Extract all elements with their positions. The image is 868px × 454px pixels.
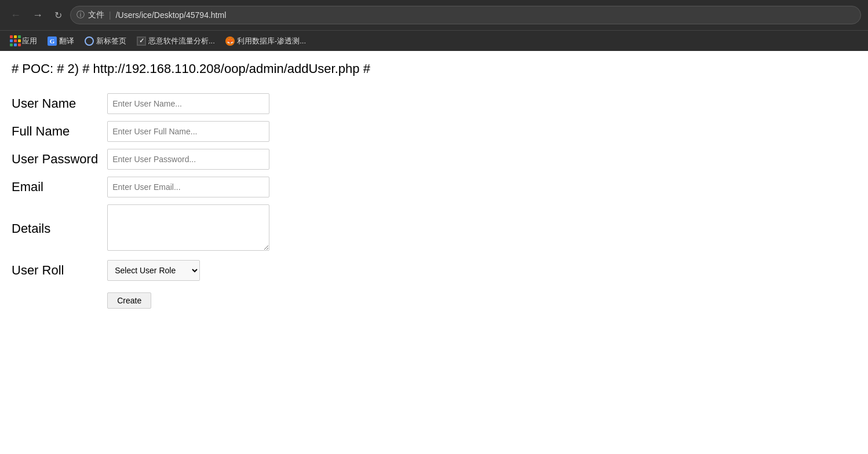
page-title: # POC: # 2) # http://192.168.110.208/oop… (12, 60, 856, 78)
username-label: User Name (12, 90, 107, 118)
bookmark-translate-label: 翻译 (59, 36, 74, 46)
add-user-form: User Name Full Name User Password (12, 90, 269, 312)
create-button[interactable]: Create (107, 292, 151, 309)
page-content: # POC: # 2) # http://192.168.110.208/oop… (0, 51, 868, 422)
form-row-password: User Password (12, 145, 269, 173)
back-icon: ← (10, 9, 21, 21)
password-input-cell (107, 145, 269, 173)
refresh-button[interactable]: ↻ (51, 8, 65, 23)
address-bar[interactable]: ⓘ 文件 | /Users/ice/Desktop/45794.html (70, 6, 861, 24)
password-label: User Password (12, 145, 107, 173)
form-row-fullname: Full Name (12, 118, 269, 145)
userrole-select-cell: Select User Role (107, 257, 269, 284)
bookmark-newtab-label: 新标签页 (96, 36, 126, 46)
submit-cell: Create (107, 284, 269, 312)
bookmark-apps-label: 应用 (22, 36, 37, 46)
translate-icon: G (48, 36, 57, 46)
forward-button[interactable]: → (29, 7, 46, 24)
forward-icon: → (32, 9, 43, 21)
details-input-cell (107, 201, 269, 257)
userrole-label: User Roll (12, 257, 107, 284)
fullname-label: Full Name (12, 118, 107, 145)
details-textarea[interactable] (107, 204, 269, 251)
password-input[interactable] (107, 149, 269, 170)
bookmark-malware-label: 恶意软件流量分析... (148, 36, 215, 46)
refresh-icon: ↻ (54, 10, 62, 20)
apps-grid-icon (10, 36, 20, 46)
userrole-select[interactable]: Select User Role (107, 260, 200, 281)
address-separator: | (109, 10, 111, 20)
bookmark-pentest[interactable]: 🦊 利用数据库-渗透测... (221, 34, 311, 49)
fullname-input-cell (107, 118, 269, 145)
fox-icon: 🦊 (225, 36, 235, 46)
bookmark-malware[interactable]: 恶意软件流量分析... (132, 34, 220, 49)
submit-spacer (12, 284, 107, 312)
globe-icon (85, 36, 94, 46)
form-row-details: Details (12, 201, 269, 257)
browser-toolbar: ← → ↻ ⓘ 文件 | /Users/ice/Desktop/45794.ht… (0, 0, 868, 30)
form-row-username: User Name (12, 90, 269, 118)
address-scheme: 文件 (88, 10, 104, 20)
form-row-userrole: User Roll Select User Role (12, 257, 269, 284)
email-input[interactable] (107, 177, 269, 197)
bookmark-translate[interactable]: G 翻译 (43, 34, 79, 49)
address-path: /Users/ice/Desktop/45794.html (116, 10, 227, 20)
email-label: Email (12, 173, 107, 201)
email-input-cell (107, 173, 269, 201)
details-label: Details (12, 201, 107, 257)
bookmark-pentest-label: 利用数据库-渗透测... (237, 36, 306, 46)
fullname-input[interactable] (107, 121, 269, 142)
bookmark-newtab[interactable]: 新标签页 (80, 34, 131, 49)
back-button[interactable]: ← (7, 7, 24, 24)
form-row-submit: Create (12, 284, 269, 312)
username-input-cell (107, 90, 269, 118)
browser-chrome: ← → ↻ ⓘ 文件 | /Users/ice/Desktop/45794.ht… (0, 0, 868, 51)
bookmarks-bar: 应用 G 翻译 新标签页 恶意软件流量分析... 🦊 (0, 30, 868, 51)
form-row-email: Email (12, 173, 269, 201)
checkbox-icon (137, 36, 146, 46)
bookmark-apps[interactable]: 应用 (6, 34, 42, 49)
info-icon: ⓘ (76, 10, 85, 20)
username-input[interactable] (107, 93, 269, 114)
